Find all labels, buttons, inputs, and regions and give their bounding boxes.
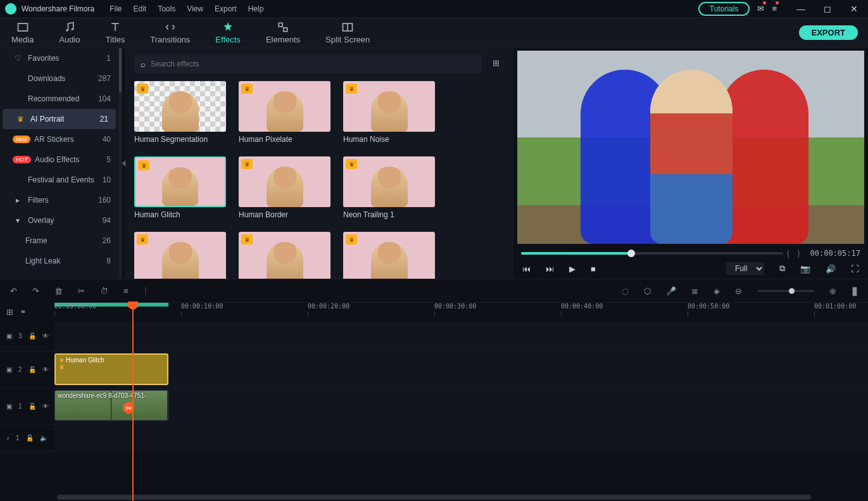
tab-splitscreen[interactable]: Split Screen	[325, 21, 370, 44]
speaker-icon[interactable]: 🔈	[40, 434, 47, 441]
effect-card[interactable]: ♛Human Noise	[343, 81, 435, 144]
split-button[interactable]: ✂	[78, 286, 85, 296]
mark-out-icon[interactable]: }	[797, 248, 800, 258]
snapshot-icon[interactable]: 📷	[800, 264, 810, 274]
prev-frame-button[interactable]: ⏮	[522, 264, 531, 274]
progress-knob[interactable]	[627, 250, 635, 257]
marker-button[interactable]: ⬡	[644, 286, 651, 296]
crown-icon: ♛	[346, 234, 357, 244]
tab-audio[interactable]: Audio	[59, 21, 80, 44]
effect-card[interactable]: ♛Human Glitch	[134, 156, 226, 219]
effect-card[interactable]: ♛Human Segmentation	[134, 81, 226, 144]
preview-progress[interactable]: { } 00:00:05:17	[513, 248, 868, 259]
sidebar-item-ar-stickers[interactable]: NewAR Stickers40	[0, 129, 118, 149]
preview-controls: ⏮ ⏭ ▶ ■ Full ⧉ 📷 🔊 ⛶	[513, 259, 868, 279]
maximize-button[interactable]: ◻	[819, 4, 836, 14]
eye-icon[interactable]: 👁	[42, 366, 49, 373]
search-input[interactable]	[151, 60, 475, 68]
audiofx-button[interactable]: ⦚	[144, 286, 148, 296]
menu-export[interactable]: Export	[215, 4, 237, 13]
menu-edit[interactable]: Edit	[134, 4, 147, 13]
minimize-button[interactable]: —	[792, 4, 810, 14]
module-tabs: Media Audio Titles Transitions Effects E…	[0, 18, 868, 48]
sidebar-item-overlay[interactable]: ▾Overlay94	[0, 210, 118, 231]
crown-icon: ♛	[59, 364, 65, 371]
effect-card[interactable]: ♛	[343, 232, 435, 279]
menu-tools[interactable]: Tools	[158, 4, 175, 13]
export-button[interactable]: EXPORT	[799, 25, 858, 40]
effect-clip[interactable]: ★Human Glitch♛	[54, 353, 168, 385]
undo-button[interactable]: ↶	[10, 286, 17, 296]
effect-card[interactable]: ♛	[239, 232, 330, 279]
delete-button[interactable]: 🗑	[54, 286, 63, 296]
grid-view-icon[interactable]: ⊞	[493, 58, 500, 68]
effect-card[interactable]: ♛	[134, 232, 226, 279]
menu-view[interactable]: View	[187, 4, 203, 13]
record-button[interactable]: 🎤	[666, 286, 676, 296]
eye-icon[interactable]: 👁	[42, 403, 49, 410]
effect-label: Human Border	[239, 210, 330, 219]
sidebar-item-downloads[interactable]: Downloads287	[0, 68, 118, 89]
tab-transitions[interactable]: Transitions	[150, 21, 190, 44]
sidebar-scrollbar[interactable]	[118, 48, 122, 279]
ruler-tick: 00:00:50:00	[688, 303, 729, 310]
redo-button[interactable]: ↷	[32, 286, 39, 296]
current-time: 00:00:05:17	[810, 249, 860, 258]
quality-select[interactable]: Full	[726, 262, 764, 275]
sidebar-item-recommended[interactable]: Recommended104	[0, 89, 118, 109]
preview-viewport[interactable]	[517, 51, 864, 244]
sidebar-item-favorites[interactable]: ♡Favorites1	[0, 48, 118, 68]
zoom-slider[interactable]	[757, 290, 814, 292]
effect-card[interactable]: ♛Human Pixelate	[239, 81, 330, 144]
timeline-toolbar: ↶ ↷ 🗑 ✂ ⏱ ≡ ⦚ ◌ ⬡ 🎤 ≣ ◈ ⊖ ⊕ ▮	[0, 279, 868, 302]
tab-elements[interactable]: Elements	[266, 21, 300, 44]
keyframe-button[interactable]: ◈	[714, 286, 720, 296]
timeline-settings-button[interactable]: ▮	[852, 284, 858, 298]
menu-file[interactable]: File	[110, 4, 122, 13]
lock-icon[interactable]: 🔓	[28, 366, 36, 373]
close-button[interactable]: ✕	[845, 4, 863, 14]
adjust-button[interactable]: ≡	[123, 286, 129, 296]
playhead[interactable]	[128, 301, 138, 501]
tab-effects[interactable]: Effects	[215, 21, 241, 44]
ruler-tick: 00:00:00:00	[54, 303, 96, 310]
speed-button[interactable]: ⏱	[100, 286, 108, 296]
mark-in-icon[interactable]: {	[787, 248, 789, 258]
list-icon[interactable]: ≡	[772, 4, 777, 13]
sidebar-item-ai-portrait[interactable]: ♛AI Portrait21	[3, 109, 116, 129]
ruler-tick: 00:01:00:00	[814, 303, 856, 310]
sidebar-item-festival[interactable]: Festival and Events10	[0, 170, 118, 190]
tutorials-button[interactable]: Tutorials	[698, 2, 750, 16]
sidebar-item-frame[interactable]: Frame26	[0, 231, 118, 251]
sidebar-item-light-leak[interactable]: Light Leak8	[0, 251, 118, 271]
timeline-ruler[interactable]: 00:00:00:0000:00:10:0000:00:20:0000:00:3…	[54, 302, 868, 321]
zoom-out-button[interactable]: ⊖	[735, 286, 742, 296]
effect-card[interactable]: ♛Human Border	[239, 156, 330, 219]
svg-point-1	[72, 29, 73, 30]
lock-icon[interactable]: 🔓	[26, 434, 34, 441]
sidebar-item-audio-effects[interactable]: HOTAudio Effects5	[0, 149, 118, 170]
lock-icon[interactable]: 🔓	[28, 403, 36, 410]
volume-icon[interactable]: 🔊	[826, 264, 836, 274]
tab-media[interactable]: Media	[11, 21, 34, 44]
fullscreen-icon[interactable]: ⛶	[851, 264, 859, 274]
render-button[interactable]: ◌	[622, 286, 629, 296]
add-track-button[interactable]: ⊞	[6, 307, 13, 317]
crown-icon: ♛	[138, 160, 149, 170]
link-button[interactable]: ⚭	[20, 307, 27, 317]
mixer-button[interactable]: ≣	[691, 286, 698, 296]
eye-icon[interactable]: 👁	[42, 333, 49, 339]
menu-help[interactable]: Help	[248, 4, 264, 13]
next-frame-button[interactable]: ⏭	[546, 264, 554, 274]
tab-titles[interactable]: Titles	[106, 21, 125, 44]
display-icon[interactable]: ⧉	[779, 263, 785, 274]
lock-icon[interactable]: 🔓	[28, 333, 36, 339]
effect-card[interactable]: ♛Neon Trailing 1	[343, 156, 435, 219]
play-button[interactable]: ▶	[569, 264, 576, 274]
zoom-in-button[interactable]: ⊕	[829, 286, 836, 296]
search-box[interactable]: ⌕	[134, 54, 482, 73]
video-clip[interactable]: wondershare-ec9 8-d703-4751- ✂	[54, 390, 168, 421]
stop-button[interactable]: ■	[591, 264, 596, 274]
mail-icon[interactable]: ✉	[757, 4, 764, 13]
sidebar-item-filters[interactable]: ▸Filters160	[0, 190, 118, 210]
